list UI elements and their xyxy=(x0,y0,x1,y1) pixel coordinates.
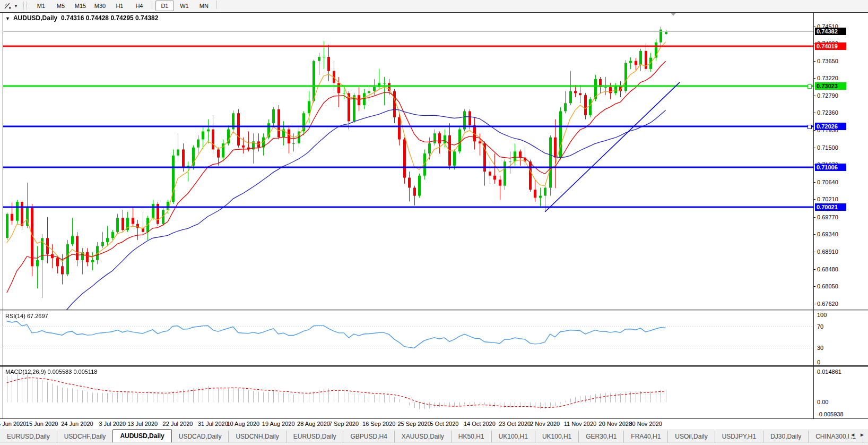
timeframe-button-mn[interactable]: MN xyxy=(195,1,213,11)
tab-xauusd-daily[interactable]: XAUUSD,Daily xyxy=(394,431,451,442)
tabs-scroll-left-button[interactable]: ◄ xyxy=(850,432,855,438)
price-level-badge: 0.73023 xyxy=(815,82,846,90)
rsi-indicator-label: RSI(14) 67.2697 xyxy=(5,313,48,319)
price-tick-mark xyxy=(813,113,815,113)
timeframe-toolbar: ▼ M1M5M15M30H1H4D1W1MN xyxy=(0,0,868,12)
macd-indicator-label: MACD(12,26,9) 0.005583 0.005118 xyxy=(5,369,97,375)
macd-axis-label: 0.00 xyxy=(817,399,828,405)
tabs-scroll-right-button[interactable]: ► xyxy=(860,432,865,438)
hline-drag-handle[interactable] xyxy=(808,84,812,89)
chart-tab-bar: EURUSD,DailyUSDCHF,DailyAUDUSD,DailyUSDC… xyxy=(0,429,868,442)
chart-ohlc-readout: ▼AUDUSD,Daily 0.74316 0.74428 0.74295 0.… xyxy=(5,14,158,22)
timeframe-button-w1[interactable]: W1 xyxy=(175,1,194,11)
tab-hk50-h1[interactable]: HK50,H1 xyxy=(451,431,491,442)
current-price-badge: 0.74382 xyxy=(815,28,846,35)
price-tick-mark xyxy=(813,217,815,218)
date-axis-label: 15 Jun 2020 xyxy=(26,421,58,427)
date-axis-label: 10 Aug 2020 xyxy=(227,421,259,427)
price-tick-label: 0.68480 xyxy=(817,266,838,272)
timeframe-button-m5[interactable]: M5 xyxy=(51,1,70,11)
price-tick-label: 0.69340 xyxy=(817,231,838,237)
date-axis-label: 7 Sep 2020 xyxy=(329,421,359,427)
date-axis-label: 5 Jun 2020 xyxy=(0,421,26,427)
rsi-axis-label: 0 xyxy=(817,359,820,365)
rsi-axis-label: 30 xyxy=(817,345,823,351)
tab-ger30-h1[interactable]: GER30,H1 xyxy=(578,431,623,442)
date-axis-label: 25 Sep 2020 xyxy=(397,421,430,427)
date-axis-label: 28 Aug 2020 xyxy=(297,421,330,427)
date-axis-label: 2 Nov 2020 xyxy=(530,421,560,427)
price-tick-mark xyxy=(813,304,815,304)
price-tick-label: 0.71500 xyxy=(817,144,838,151)
hline-drag-handle[interactable] xyxy=(808,125,812,129)
chart-shift-marker[interactable] xyxy=(671,13,676,16)
tab-uk100-h1[interactable]: UK100,H1 xyxy=(491,431,535,442)
tab-usdchf-daily[interactable]: USDCHF,Daily xyxy=(57,431,113,442)
tab-eurusd-daily[interactable]: EURUSD,Daily xyxy=(286,431,343,442)
price-tick-mark xyxy=(813,182,815,183)
date-axis-label: 13 Jul 2020 xyxy=(127,421,158,427)
price-tick-mark xyxy=(813,234,815,235)
tab-gbpusd-h4[interactable]: GBPUSD,H4 xyxy=(343,431,394,442)
rsi-axis-label: 70 xyxy=(817,323,823,330)
tab-usdcad-daily[interactable]: USDCAD,Daily xyxy=(172,431,229,442)
price-tick-mark xyxy=(813,27,815,27)
price-tick-label: 0.73220 xyxy=(817,75,838,81)
timeframe-button-m1[interactable]: M1 xyxy=(32,1,50,11)
price-tick-label: 0.70640 xyxy=(817,179,838,185)
timeframe-button-h4[interactable]: H4 xyxy=(130,1,149,11)
tab-usdjpy-h1[interactable]: USDJPY,H1 xyxy=(715,431,763,442)
date-axis-label: 23 Oct 2020 xyxy=(499,421,531,427)
rsi-axis-label: 100 xyxy=(817,312,827,318)
date-axis-label: 31 Jul 2020 xyxy=(198,421,228,427)
price-level-badge: 0.74019 xyxy=(815,42,846,50)
cursor-tool-glyph xyxy=(4,2,12,10)
tab-audusd-daily[interactable]: AUDUSD,Daily xyxy=(112,429,171,442)
date-axis-label: 22 Jul 2020 xyxy=(163,421,193,427)
price-tick-label: 0.70210 xyxy=(817,196,838,202)
price-tick-label: 0.72790 xyxy=(817,92,838,99)
price-tick-mark xyxy=(813,61,815,62)
bottom-strip xyxy=(0,442,868,445)
timeframe-buttons: M1M5M15M30H1H4D1W1MN xyxy=(31,1,220,11)
tab-usoil-daily[interactable]: USOil,Daily xyxy=(667,431,714,442)
tab-usdcnh-daily[interactable]: USDCNH,Daily xyxy=(228,431,285,442)
date-axis-label: 14 Oct 2020 xyxy=(464,421,496,427)
price-axis-line xyxy=(813,12,814,418)
cursor-tool-icon[interactable] xyxy=(2,1,13,11)
chart-ohlc-values: 0.74316 0.74428 0.74295 0.74382 xyxy=(61,14,159,22)
price-tick-mark xyxy=(813,130,815,131)
timeframe-button-m30[interactable]: M30 xyxy=(91,1,109,11)
main-chart-canvas[interactable] xyxy=(3,12,813,310)
date-axis-label: 11 Nov 2020 xyxy=(564,421,597,427)
timeframe-button-d1[interactable]: D1 xyxy=(155,1,174,11)
price-tick-mark xyxy=(813,148,815,148)
date-axis-label: 16 Sep 2020 xyxy=(362,421,395,427)
price-level-badge: 0.70021 xyxy=(815,203,846,211)
tool-dropdown-caret[interactable]: ▼ xyxy=(14,4,18,8)
date-axis-label: 5 Oct 2020 xyxy=(430,421,459,427)
price-tick-mark xyxy=(813,286,815,287)
price-tick-mark xyxy=(813,78,815,79)
tab-dj30-daily[interactable]: DJ30,Daily xyxy=(763,431,808,442)
rsi-pane-canvas[interactable] xyxy=(3,311,813,365)
timeframe-button-h1[interactable]: H1 xyxy=(110,1,129,11)
price-tick-label: 0.68050 xyxy=(817,283,838,289)
price-tick-label: 0.68910 xyxy=(817,249,838,255)
collapse-arrow-icon[interactable]: ▼ xyxy=(5,16,10,21)
tab-eurusd-daily[interactable]: EURUSD,Daily xyxy=(0,431,57,442)
tab-uk100-h1[interactable]: UK100,H1 xyxy=(535,431,578,442)
tab-scroll-buttons: ◄ ► xyxy=(849,432,866,438)
macd-pane-canvas[interactable] xyxy=(3,366,813,418)
toolbar-grip[interactable] xyxy=(23,2,27,10)
price-tick-mark xyxy=(813,199,815,200)
main-pane-bottom-border xyxy=(0,310,868,310)
macd-axis-label: -0.005938 xyxy=(817,411,844,417)
price-level-badge: 0.72026 xyxy=(815,123,846,130)
date-axis-label: 30 Nov 2020 xyxy=(629,421,662,427)
price-tick-mark xyxy=(813,269,815,270)
timeframe-button-m15[interactable]: M15 xyxy=(71,1,90,11)
price-tick-label: 0.73650 xyxy=(817,58,838,64)
date-axis-label: 20 Nov 2020 xyxy=(599,421,632,427)
tab-fra40-h1[interactable]: FRA40,H1 xyxy=(623,431,667,442)
